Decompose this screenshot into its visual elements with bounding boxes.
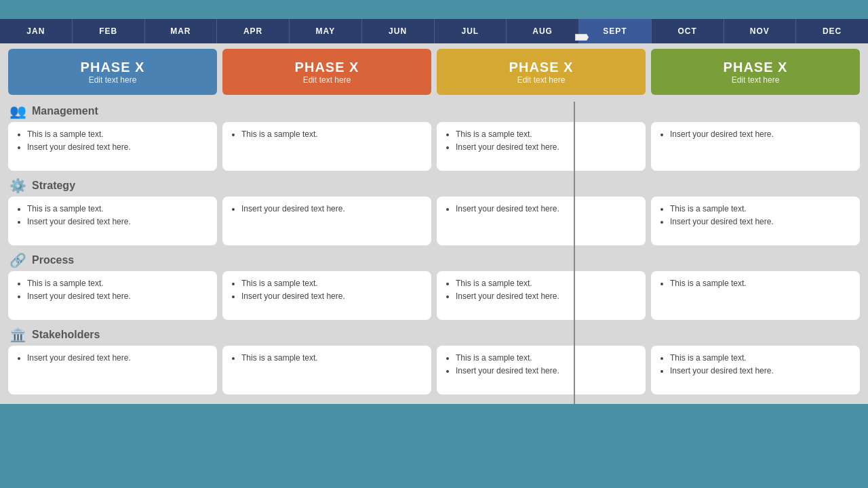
section-row-process: 🔗ProcessThis is a sample text.Insert you… bbox=[8, 249, 860, 320]
card-process-3: This is a sample text. bbox=[651, 271, 860, 320]
card-strategy-2: Insert your desired text here. bbox=[437, 197, 646, 245]
card-list-0-1: This is a sample text. bbox=[231, 129, 423, 140]
card-strategy-1: Insert your desired text here. bbox=[222, 197, 431, 245]
card-list-1-3: This is a sample text.Insert your desire… bbox=[659, 203, 852, 228]
month-cell-feb: FEB bbox=[73, 19, 145, 43]
cards-row-strategy: This is a sample text.Insert your desire… bbox=[8, 197, 860, 245]
section-label-strategy: Strategy bbox=[32, 180, 75, 192]
list-item: This is a sample text. bbox=[241, 129, 423, 140]
card-list-3-1: This is a sample text. bbox=[231, 352, 423, 364]
list-item: Insert your desired text here. bbox=[670, 365, 852, 377]
month-cell-sept: SEPT bbox=[579, 19, 652, 43]
card-list-3-0: Insert your desired text here. bbox=[16, 352, 209, 364]
today-marker bbox=[575, 34, 589, 41]
section-icon-management: 👥 bbox=[9, 103, 26, 119]
phase-block-2: PHASE XEdit text here bbox=[437, 49, 646, 95]
list-item: Insert your desired text here. bbox=[241, 203, 423, 215]
list-item: Insert your desired text here. bbox=[670, 216, 852, 228]
list-item: This is a sample text. bbox=[27, 203, 209, 215]
card-management-2: This is a sample text.Insert your desire… bbox=[437, 122, 646, 171]
card-list-1-1: Insert your desired text here. bbox=[231, 203, 423, 215]
list-item: This is a sample text. bbox=[670, 278, 852, 289]
card-list-2-0: This is a sample text.Insert your desire… bbox=[16, 278, 209, 302]
phase-sub-3: Edit text here bbox=[732, 75, 780, 85]
month-cell-may: MAY bbox=[290, 19, 362, 43]
section-header-strategy: ⚙️Strategy bbox=[8, 175, 860, 197]
list-item: This is a sample text. bbox=[27, 129, 209, 140]
list-item: This is a sample text. bbox=[670, 352, 852, 364]
month-bar: JANFEBMARAPRMAYJUNJULAUGSEPTOCTNOVDEC bbox=[0, 19, 868, 43]
card-list-2-1: This is a sample text.Insert your desire… bbox=[231, 278, 423, 302]
card-stakeholders-1: This is a sample text. bbox=[222, 346, 431, 394]
list-item: This is a sample text. bbox=[670, 203, 852, 215]
phase-block-0: PHASE XEdit text here bbox=[8, 49, 217, 95]
list-item: Insert your desired text here. bbox=[456, 142, 637, 153]
list-item: This is a sample text. bbox=[241, 278, 423, 289]
card-process-2: This is a sample text.Insert your desire… bbox=[437, 271, 646, 320]
card-strategy-3: This is a sample text.Insert your desire… bbox=[651, 197, 860, 245]
card-list-0-2: This is a sample text.Insert your desire… bbox=[445, 129, 637, 153]
month-cell-nov: NOV bbox=[724, 19, 797, 43]
content-wrapper: PHASE XEdit text herePHASE XEdit text he… bbox=[0, 43, 868, 404]
card-list-0-0: This is a sample text.Insert your desire… bbox=[16, 129, 209, 153]
list-item: Insert your desired text here. bbox=[27, 142, 209, 153]
list-item: Insert your desired text here. bbox=[27, 352, 209, 364]
list-item: Insert your desired text here. bbox=[456, 365, 637, 377]
card-process-0: This is a sample text.Insert your desire… bbox=[8, 271, 217, 320]
month-cell-jun: JUN bbox=[362, 19, 435, 43]
phase-title-1: PHASE X bbox=[295, 60, 359, 75]
list-item: This is a sample text. bbox=[456, 129, 637, 140]
cards-row-management: This is a sample text.Insert your desire… bbox=[8, 122, 860, 171]
section-label-management: Management bbox=[32, 105, 98, 117]
today-flag bbox=[575, 34, 589, 41]
list-item: This is a sample text. bbox=[27, 278, 209, 289]
card-list-1-2: Insert your desired text here. bbox=[445, 203, 637, 215]
card-stakeholders-2: This is a sample text.Insert your desire… bbox=[437, 346, 646, 394]
phase-sub-2: Edit text here bbox=[517, 75, 566, 85]
phase-title-0: PHASE X bbox=[81, 60, 145, 75]
card-management-1: This is a sample text. bbox=[222, 122, 431, 171]
month-cell-aug: AUG bbox=[507, 19, 579, 43]
card-list-2-2: This is a sample text.Insert your desire… bbox=[445, 278, 637, 302]
list-item: Insert your desired text here. bbox=[456, 203, 637, 215]
phase-block-3: PHASE XEdit text here bbox=[651, 49, 860, 95]
section-label-process: Process bbox=[32, 254, 74, 266]
list-item: Insert your desired text here. bbox=[27, 216, 209, 228]
section-header-management: 👥Management bbox=[8, 100, 860, 122]
card-process-1: This is a sample text.Insert your desire… bbox=[222, 271, 431, 320]
list-item: Insert your desired text here. bbox=[456, 291, 637, 302]
main-container: JANFEBMARAPRMAYJUNJULAUGSEPTOCTNOVDEC PH… bbox=[0, 0, 868, 488]
card-list-1-0: This is a sample text.Insert your desire… bbox=[16, 203, 209, 228]
section-row-stakeholders: 🏛️StakeholdersInsert your desired text h… bbox=[8, 324, 860, 394]
section-label-stakeholders: Stakeholders bbox=[32, 329, 100, 341]
month-cell-jan: JAN bbox=[0, 19, 73, 43]
phase-title-2: PHASE X bbox=[509, 60, 574, 75]
card-list-3-3: This is a sample text.Insert your desire… bbox=[659, 352, 852, 377]
card-management-3: Insert your desired text here. bbox=[651, 122, 860, 171]
month-cell-oct: OCT bbox=[652, 19, 724, 43]
section-icon-strategy: ⚙️ bbox=[9, 178, 26, 194]
phase-sub-1: Edit text here bbox=[303, 75, 351, 85]
phase-sub-0: Edit text here bbox=[89, 75, 137, 85]
month-cell-apr: APR bbox=[217, 19, 290, 43]
card-list-3-2: This is a sample text.Insert your desire… bbox=[445, 352, 637, 377]
list-item: This is a sample text. bbox=[456, 278, 637, 289]
today-line bbox=[574, 102, 575, 404]
content-area: PHASE XEdit text herePHASE XEdit text he… bbox=[0, 43, 868, 404]
cards-row-process: This is a sample text.Insert your desire… bbox=[8, 271, 860, 320]
month-cell-jul: JUL bbox=[435, 19, 507, 43]
section-header-stakeholders: 🏛️Stakeholders bbox=[8, 324, 860, 346]
cards-row-stakeholders: Insert your desired text here.This is a … bbox=[8, 346, 860, 394]
month-cell-dec: DEC bbox=[796, 19, 868, 43]
list-item: This is a sample text. bbox=[456, 352, 637, 364]
card-management-0: This is a sample text.Insert your desire… bbox=[8, 122, 217, 171]
section-row-management: 👥ManagementThis is a sample text.Insert … bbox=[8, 100, 860, 171]
card-stakeholders-0: Insert your desired text here. bbox=[8, 346, 217, 394]
page-title bbox=[0, 0, 868, 19]
section-row-strategy: ⚙️StrategyThis is a sample text.Insert y… bbox=[8, 175, 860, 245]
list-item: Insert your desired text here. bbox=[670, 129, 852, 140]
section-header-process: 🔗Process bbox=[8, 249, 860, 271]
card-strategy-0: This is a sample text.Insert your desire… bbox=[8, 197, 217, 245]
sections-container: 👥ManagementThis is a sample text.Insert … bbox=[8, 100, 860, 394]
phase-block-1: PHASE XEdit text here bbox=[222, 49, 431, 95]
